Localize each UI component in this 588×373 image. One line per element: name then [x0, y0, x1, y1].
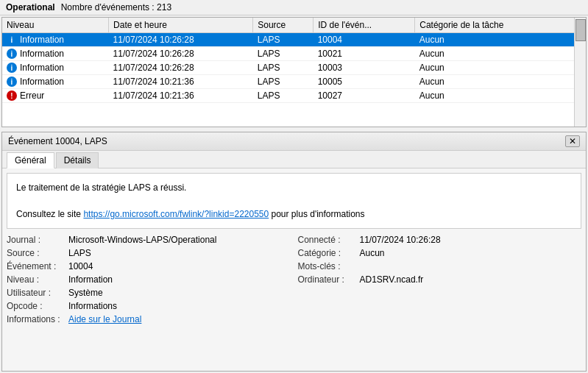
cell-level: iInformation — [2, 33, 109, 47]
cell-category: Aucun — [415, 89, 586, 103]
cell-source: LAPS — [253, 89, 314, 103]
col-source: Source — [253, 18, 314, 33]
detail-title: Événement 10004, LAPS — [8, 136, 107, 146]
ordinateur-row: Ordinateur : AD1SRV.ncad.fr — [298, 273, 582, 286]
level-text: Information — [20, 77, 64, 87]
informations-link[interactable]: Aide sur le Journal — [68, 314, 141, 324]
info-icon: i — [7, 35, 17, 45]
mots-cles-label: Mots-clés : — [298, 261, 357, 271]
cell-level: iInformation — [2, 75, 109, 89]
cell-source: LAPS — [253, 61, 314, 75]
cell-level: !Erreur — [2, 89, 109, 103]
table-row[interactable]: iInformation11/07/2024 10:26:28LAPS10004… — [2, 33, 586, 47]
right-column: Connecté : 11/07/2024 10:26:28 Catégorie… — [298, 233, 582, 326]
table-row[interactable]: iInformation11/07/2024 10:21:36LAPS10005… — [2, 75, 586, 89]
message-after: pour plus d'informations — [269, 209, 364, 219]
cell-level: iInformation — [2, 61, 109, 75]
level-text: Erreur — [20, 90, 44, 101]
cell-id: 10027 — [314, 89, 415, 103]
cell-id: 10004 — [314, 33, 415, 47]
level-text: Information — [20, 35, 64, 45]
cell-category: Aucun — [415, 47, 586, 61]
left-column: Journal : Microsoft-Windows-LAPS/Operati… — [7, 233, 291, 326]
top-bar: Operational Nombre d'événements : 213 — [0, 0, 588, 15]
utilisateur-value: Système — [68, 288, 103, 298]
evenement-label: Événement : — [7, 261, 65, 271]
level-text: Information — [20, 63, 64, 73]
connected-value: 11/07/2024 10:26:28 — [360, 235, 441, 245]
app-title: Operational — [6, 2, 55, 13]
info-icon: i — [7, 49, 17, 59]
message-line1: Le traitement de la stratégie LAPS a réu… — [16, 181, 572, 194]
tab-details[interactable]: Détails — [56, 152, 99, 168]
cell-category: Aucun — [415, 61, 586, 75]
detail-header: Événement 10004, LAPS ✕ — [2, 132, 586, 151]
source-label: Source : — [7, 248, 65, 258]
cell-source: LAPS — [253, 47, 314, 61]
cell-source: LAPS — [253, 33, 314, 47]
level-text: Information — [20, 49, 64, 59]
cell-category: Aucun — [415, 33, 586, 47]
source-row: Source : LAPS — [7, 246, 291, 260]
cell-category: Aucun — [415, 75, 586, 89]
event-count: Nombre d'événements : 213 — [61, 2, 171, 13]
cell-id: 10005 — [314, 75, 415, 89]
message-link[interactable]: https://go.microsoft.com/fwlink/?linkid=… — [83, 209, 269, 219]
niveau-row: Niveau : Information — [7, 273, 291, 286]
ordinateur-value: AD1SRV.ncad.fr — [360, 274, 424, 285]
informations-label: Informations : — [7, 314, 65, 324]
info-icon: i — [7, 77, 17, 87]
utilisateur-row: Utilisateur : Système — [7, 286, 291, 299]
niveau-value: Information — [68, 274, 113, 285]
categorie-value: Aucun — [360, 248, 385, 258]
niveau-label: Niveau : — [7, 274, 65, 285]
connected-label: Connecté : — [298, 235, 357, 245]
connected-row: Connecté : 11/07/2024 10:26:28 — [298, 233, 582, 246]
col-datetime: Date et heure — [109, 18, 253, 33]
journal-value: Microsoft-Windows-LAPS/Operational — [68, 235, 216, 245]
opcode-row: Opcode : Informations — [7, 299, 291, 313]
info-icon: i — [7, 63, 17, 73]
table-row[interactable]: iInformation11/07/2024 10:26:28LAPS10003… — [2, 61, 586, 75]
cell-datetime: 11/07/2024 10:26:28 — [109, 61, 253, 75]
ordinateur-label: Ordinateur : — [298, 274, 357, 285]
cell-datetime: 11/07/2024 10:26:28 — [109, 33, 253, 47]
journal-row: Journal : Microsoft-Windows-LAPS/Operati… — [7, 233, 291, 246]
mots-cles-row: Mots-clés : — [298, 260, 582, 273]
tabs-bar: Général Détails — [2, 151, 586, 168]
cell-level: iInformation — [2, 47, 109, 61]
cell-datetime: 11/07/2024 10:21:36 — [109, 89, 253, 103]
table-header-row: Niveau Date et heure Source ID de l'évén… — [2, 18, 586, 33]
cell-source: LAPS — [253, 75, 314, 89]
evenement-value: 10004 — [68, 261, 93, 271]
source-value: LAPS — [68, 248, 91, 258]
col-id: ID de l'évén... — [314, 18, 415, 33]
categorie-row: Catégorie : Aucun — [298, 246, 582, 260]
tab-general[interactable]: Général — [7, 152, 54, 168]
detail-panel: Événement 10004, LAPS ✕ Général Détails … — [1, 132, 587, 372]
cell-datetime: 11/07/2024 10:21:36 — [109, 75, 253, 89]
informations-row: Informations : Aide sur le Journal — [7, 313, 291, 326]
table-row[interactable]: iInformation11/07/2024 10:26:28LAPS10021… — [2, 47, 586, 61]
error-icon: ! — [7, 90, 17, 101]
col-niveau: Niveau — [2, 18, 109, 33]
utilisateur-label: Utilisateur : — [7, 288, 65, 298]
event-table-area: Niveau Date et heure Source ID de l'évén… — [1, 17, 587, 127]
opcode-label: Opcode : — [7, 301, 65, 311]
main-layout: Operational Nombre d'événements : 213 Ni… — [0, 0, 588, 373]
cell-datetime: 11/07/2024 10:26:28 — [109, 47, 253, 61]
detail-info-grid: Journal : Microsoft-Windows-LAPS/Operati… — [7, 233, 581, 326]
message-line2: Consultez le site https://go.microsoft.c… — [16, 207, 572, 221]
event-table: Niveau Date et heure Source ID de l'évén… — [2, 18, 586, 103]
message-box: Le traitement de la stratégie LAPS a réu… — [7, 173, 581, 229]
journal-label: Journal : — [7, 235, 65, 245]
col-category: Catégorie de la tâche — [415, 18, 586, 33]
opcode-value: Informations — [68, 301, 117, 311]
categorie-label: Catégorie : — [298, 248, 357, 258]
table-row[interactable]: !Erreur11/07/2024 10:21:36LAPS10027Aucun — [2, 89, 586, 103]
detail-close-button[interactable]: ✕ — [565, 135, 580, 147]
scrollbar-thumb — [575, 19, 586, 41]
event-table-body: iInformation11/07/2024 10:26:28LAPS10004… — [2, 33, 586, 103]
cell-id: 10003 — [314, 61, 415, 75]
table-scrollbar[interactable] — [574, 18, 586, 127]
